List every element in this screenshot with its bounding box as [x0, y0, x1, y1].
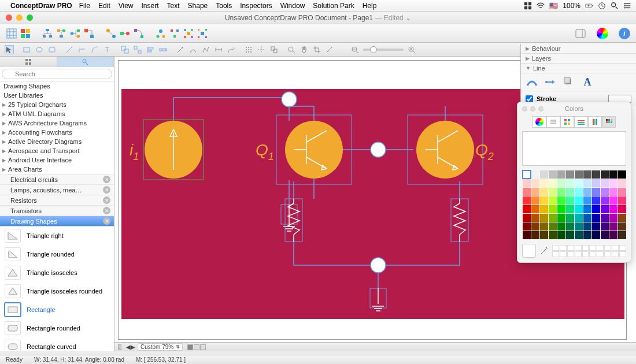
color-swatch[interactable]: [583, 179, 591, 187]
colors-tab-pencils-icon[interactable]: [588, 116, 602, 128]
library-item[interactable]: ▶25 Typical Orgcharts: [0, 100, 114, 109]
sidebar-tab-search-icon[interactable]: [57, 57, 114, 67]
color-swatch[interactable]: [531, 214, 539, 222]
line-tool-icon[interactable]: [65, 45, 74, 54]
color-swatch[interactable]: [583, 196, 591, 205]
arc-tool-icon[interactable]: [90, 45, 99, 54]
inspector-section-behaviour[interactable]: ▶Behaviour: [521, 44, 636, 54]
distribute-tool-icon[interactable]: [158, 45, 168, 54]
color-swatch[interactable]: [557, 214, 565, 222]
shape-item[interactable]: Rectangle curved: [0, 337, 114, 351]
color-swatch[interactable]: [531, 179, 539, 187]
color-swatch[interactable]: [618, 214, 626, 222]
color-swatch[interactable]: [575, 214, 583, 222]
radial-icon[interactable]: [197, 28, 208, 39]
color-swatch[interactable]: [618, 196, 626, 205]
colors-tab-palettes-icon[interactable]: [560, 116, 574, 128]
dimension-icon[interactable]: [214, 45, 223, 54]
color-swatch[interactable]: [549, 196, 557, 205]
menu-window[interactable]: Window: [280, 2, 305, 10]
color-swatch[interactable]: [557, 205, 565, 213]
rect-tool-icon[interactable]: [22, 45, 31, 54]
color-swatch[interactable]: [592, 179, 600, 187]
mindmap-icon[interactable]: [183, 28, 194, 39]
color-swatch[interactable]: [566, 179, 574, 187]
clock-icon[interactable]: [598, 2, 606, 10]
chain-icon[interactable]: [105, 28, 117, 39]
color-swatch[interactable]: [592, 196, 600, 205]
color-swatch[interactable]: [523, 196, 531, 205]
color-swatch[interactable]: [575, 188, 583, 196]
library-item[interactable]: ▶Area Charts: [0, 165, 114, 174]
panel-toggle-icon[interactable]: [575, 28, 586, 39]
color-swatch[interactable]: [601, 196, 609, 205]
color-swatch[interactable]: [523, 179, 531, 187]
color-swatch[interactable]: [549, 179, 557, 187]
color-swatch[interactable]: [540, 188, 548, 196]
colors-tab-crayons-icon[interactable]: [602, 116, 616, 128]
hierarchy-icon[interactable]: [69, 28, 81, 39]
zoom-slider[interactable]: [363, 49, 404, 51]
color-swatch[interactable]: [601, 205, 609, 213]
info-icon[interactable]: i: [619, 28, 630, 39]
color-swatch[interactable]: [609, 196, 617, 205]
connector-icon[interactable]: [133, 28, 145, 39]
menu-extras-icon[interactable]: [623, 2, 631, 10]
shape-item[interactable]: Triangle isosceles rounded: [0, 282, 114, 300]
spotlight-icon[interactable]: [611, 2, 619, 10]
color-swatch[interactable]: [531, 205, 539, 213]
menu-text[interactable]: Text: [167, 2, 180, 10]
color-swatch[interactable]: [575, 170, 583, 179]
color-swatch[interactable]: [557, 170, 565, 179]
node-add-icon[interactable]: [155, 28, 167, 39]
page-next-icon[interactable]: ▶: [131, 344, 135, 350]
color-swatch[interactable]: [540, 222, 548, 231]
color-swatch[interactable]: [549, 188, 557, 196]
process-icon[interactable]: [83, 28, 95, 39]
color-swatch[interactable]: [575, 196, 583, 205]
line-text-icon[interactable]: A: [581, 76, 594, 88]
page-thumbnails[interactable]: [187, 344, 206, 350]
pointer-tool-icon[interactable]: [5, 45, 14, 54]
inspector-section-layers[interactable]: ▶Layers: [521, 54, 636, 64]
color-swatch[interactable]: [618, 205, 626, 213]
color-swatch[interactable]: [575, 222, 583, 231]
color-swatch[interactable]: [609, 205, 617, 213]
menu-edit[interactable]: Edit: [98, 2, 110, 10]
color-swatch[interactable]: [583, 231, 591, 239]
library-sub-item[interactable]: Resistors✕: [0, 195, 114, 205]
color-swatch[interactable]: [583, 188, 591, 196]
color-swatch[interactable]: [540, 214, 548, 222]
color-swatch[interactable]: [557, 231, 565, 239]
flowchart-icon[interactable]: [56, 28, 67, 39]
magnifier-icon[interactable]: [287, 45, 296, 54]
control-center-icon[interactable]: [524, 2, 532, 10]
color-swatch[interactable]: [566, 196, 574, 205]
library-sub-item[interactable]: Electrical circuits✕: [0, 174, 114, 184]
color-swatch[interactable]: [531, 222, 539, 231]
close-button[interactable]: [6, 14, 12, 21]
snap-grid-icon[interactable]: [244, 45, 253, 54]
color-swatch[interactable]: [523, 170, 531, 179]
color-swatch[interactable]: [609, 222, 617, 231]
align-tool-icon[interactable]: [146, 45, 155, 54]
color-swatch[interactable]: [566, 205, 574, 213]
battery-icon[interactable]: [585, 2, 593, 10]
color-swatch[interactable]: [609, 170, 617, 179]
color-swatch[interactable]: [601, 179, 609, 187]
zoom-in-icon[interactable]: [407, 45, 416, 54]
colors-zoom-button[interactable]: [538, 106, 543, 112]
color-swatch[interactable]: [566, 222, 574, 231]
group-tool-icon[interactable]: [120, 45, 130, 54]
inspector-section-line[interactable]: ▼Line: [521, 64, 636, 73]
color-wheel-icon[interactable]: [597, 28, 608, 39]
colors-current-swatch[interactable]: [522, 244, 536, 258]
sidebar-tab-grid-icon[interactable]: [0, 57, 57, 67]
color-swatch[interactable]: [540, 231, 548, 239]
menu-insert[interactable]: Insert: [142, 2, 159, 10]
colors-min-button[interactable]: [530, 106, 535, 112]
color-swatch[interactable]: [523, 214, 531, 222]
color-swatch[interactable]: [601, 214, 609, 222]
menu-solution-park[interactable]: Solution Park: [313, 2, 354, 10]
line-shadow-icon[interactable]: [563, 76, 575, 88]
